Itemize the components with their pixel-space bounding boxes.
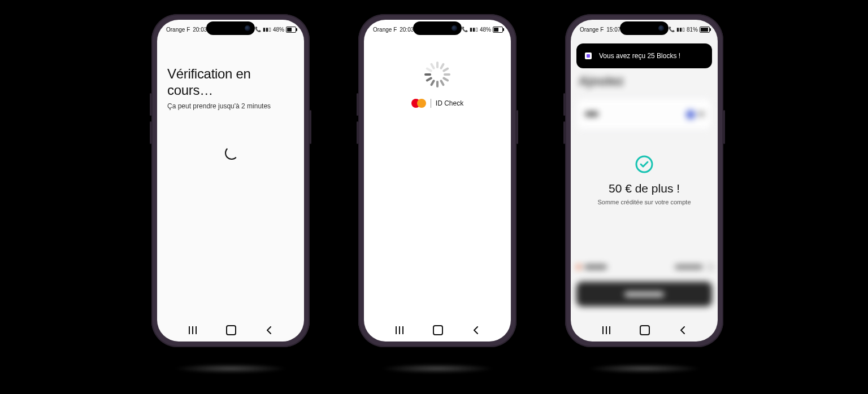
phone-mockup-1: Orange F 20:03 ⏰ ᚼ 📶 📞 ▮▮▯ 48% Vérificat… — [151, 14, 310, 347]
id-check-label: ID Check — [436, 99, 463, 107]
phone-shadow — [381, 364, 494, 374]
carrier-label: Orange F — [373, 27, 397, 33]
volte-icon: 📞 — [255, 27, 261, 32]
svg-rect-1 — [587, 54, 590, 58]
phone-mockup-2: Orange F 20:03 ⏰ ᚼ 📶 📞 ▮▮▯ 48% — [358, 14, 517, 347]
home-button[interactable] — [640, 325, 650, 335]
volte-icon: 📞 — [669, 27, 675, 32]
android-navbar — [364, 322, 511, 338]
screen-1: Orange F 20:03 ⏰ ᚼ 📶 📞 ▮▮▯ 48% Vérificat… — [157, 20, 304, 342]
signal-icon: ▮▮▯ — [676, 27, 685, 32]
clock-label: 20:03 — [193, 27, 207, 33]
phone-shadow — [588, 364, 701, 374]
clock-label: 15:07 — [606, 27, 620, 33]
android-navbar — [157, 322, 304, 338]
blurred-primary-button — [576, 282, 712, 307]
notch — [620, 21, 669, 35]
blurred-heading: Ajoutez — [571, 74, 718, 89]
recents-button[interactable] — [189, 326, 197, 334]
screen-2: Orange F 20:03 ⏰ ᚼ 📶 📞 ▮▮▯ 48% — [364, 20, 511, 342]
screen-3: Orange F 15:07 ⏰ ᚼ 🔇 📶 📞 ▮▮▯ 81% — [571, 20, 718, 342]
spinner-icon — [424, 62, 450, 87]
battery-icon — [700, 27, 710, 33]
page-title: Vérification en cours… — [167, 66, 294, 99]
clock-label: 20:03 — [400, 27, 414, 33]
page-subtitle: Ça peut prendre jusqu'à 2 minutes — [167, 102, 294, 110]
back-button[interactable] — [266, 326, 272, 334]
mastercard-id-check: ID Check — [364, 99, 511, 108]
carrier-label: Orange F — [580, 27, 604, 33]
home-button[interactable] — [433, 325, 443, 335]
home-button[interactable] — [226, 325, 236, 335]
notch — [413, 21, 462, 35]
signal-icon: ▮▮▯ — [470, 27, 478, 32]
success-title: 50 € de plus ! — [571, 182, 718, 195]
check-circle-icon — [635, 155, 654, 174]
battery-label: 48% — [273, 27, 284, 33]
toast-notification[interactable]: Vous avez reçu 25 Blocks ! — [576, 43, 712, 68]
success-subtitle: Somme créditée sur votre compte — [571, 199, 718, 205]
success-panel: 50 € de plus ! Somme créditée sur votre … — [571, 155, 718, 205]
battery-icon — [493, 27, 503, 33]
battery-icon — [286, 27, 296, 33]
signal-icon: ▮▮▯ — [263, 27, 271, 32]
battery-label: 81% — [687, 27, 698, 33]
back-button[interactable] — [472, 326, 479, 334]
back-button[interactable] — [679, 326, 686, 334]
blurred-amount-card — [576, 98, 712, 130]
android-navbar — [571, 322, 718, 338]
mastercard-icon — [411, 99, 426, 108]
battery-label: 48% — [480, 27, 491, 33]
blurred-payment-row — [576, 261, 712, 273]
recents-button[interactable] — [602, 326, 610, 334]
notch — [206, 21, 255, 35]
toast-text: Vous avez reçu 25 Blocks ! — [599, 52, 680, 60]
stage: Orange F 20:03 ⏰ ᚼ 📶 📞 ▮▮▯ 48% Vérificat… — [0, 0, 868, 394]
recents-button[interactable] — [396, 326, 403, 334]
phone-shadow — [174, 364, 287, 374]
blocks-icon — [583, 51, 593, 61]
phone-mockup-3: Orange F 15:07 ⏰ ᚼ 🔇 📶 📞 ▮▮▯ 81% — [565, 14, 723, 347]
volte-icon: 📞 — [462, 27, 468, 32]
spinner-icon — [225, 146, 238, 160]
carrier-label: Orange F — [166, 27, 190, 33]
